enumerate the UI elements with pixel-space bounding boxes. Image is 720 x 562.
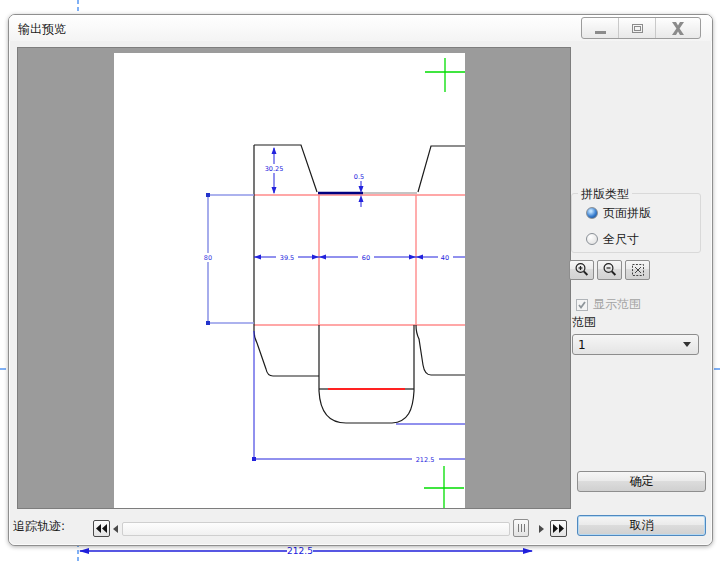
maximize-button[interactable] bbox=[618, 18, 655, 38]
svg-text:0.5: 0.5 bbox=[354, 173, 364, 181]
radio-page-imposition-label: 页面拼版 bbox=[603, 205, 651, 222]
dialog-title: 输出预览 bbox=[18, 21, 66, 38]
page-sheet bbox=[114, 53, 465, 508]
zoom-in-button[interactable] bbox=[569, 260, 594, 280]
tracker-track[interactable] bbox=[122, 522, 510, 536]
range-dropdown[interactable]: 1 bbox=[572, 334, 699, 355]
window-controls bbox=[581, 17, 701, 39]
cancel-button[interactable]: 取消 bbox=[577, 515, 706, 536]
double-right-arrow-icon bbox=[553, 524, 564, 533]
radio-full-size[interactable]: 全尺寸 bbox=[586, 232, 639, 246]
ok-button[interactable]: 确定 bbox=[577, 471, 706, 492]
zoom-fit-button[interactable] bbox=[625, 260, 650, 280]
show-range-checkbox[interactable] bbox=[576, 299, 588, 311]
cad-app-canvas: { "window": { "title": "输出预览" }, "imposi… bbox=[0, 0, 720, 562]
minimize-icon bbox=[595, 31, 606, 34]
imposition-type-group: 拼版类型 页面拼版 全尺寸 bbox=[571, 193, 701, 253]
radio-unselected-icon[interactable] bbox=[586, 233, 598, 245]
zoom-toolbar bbox=[569, 260, 650, 280]
show-range-label: 显示范围 bbox=[593, 296, 641, 313]
step-right-arrow-icon[interactable] bbox=[539, 525, 544, 533]
close-icon bbox=[671, 22, 685, 35]
radio-full-size-label: 全尺寸 bbox=[603, 231, 639, 248]
tracker-label: 追踪轨迹: bbox=[13, 518, 65, 535]
svg-text:60: 60 bbox=[362, 254, 370, 262]
double-left-arrow-icon bbox=[96, 524, 107, 533]
zoom-in-icon bbox=[574, 262, 590, 278]
close-button[interactable] bbox=[655, 18, 700, 38]
zoom-out-button[interactable] bbox=[597, 260, 622, 280]
radio-page-imposition[interactable]: 页面拼版 bbox=[586, 206, 651, 220]
checkmark-icon bbox=[577, 300, 587, 310]
output-preview-dialog: 输出预览 bbox=[8, 14, 713, 546]
seek-first-button[interactable] bbox=[93, 520, 110, 537]
range-label: 范围 bbox=[572, 314, 596, 331]
background-dimension-label: 212.5 bbox=[287, 546, 313, 556]
show-range-checkbox-row: 显示范围 bbox=[576, 296, 641, 313]
imposition-group-title: 拼版类型 bbox=[578, 186, 632, 203]
radio-selected-icon[interactable] bbox=[586, 207, 598, 219]
zoom-fit-icon bbox=[630, 262, 646, 278]
dieline-preview: 80 30.25 0.5 bbox=[18, 48, 570, 508]
svg-text:39.5: 39.5 bbox=[280, 254, 294, 262]
step-left-arrow-icon[interactable] bbox=[113, 525, 118, 533]
svg-text:212.5: 212.5 bbox=[416, 456, 435, 464]
minimize-button[interactable] bbox=[582, 18, 618, 38]
titlebar[interactable]: 输出预览 bbox=[9, 15, 712, 41]
background-dimension-212-5: 212.5 bbox=[79, 546, 533, 556]
chevron-down-icon bbox=[683, 342, 691, 347]
svg-text:30.25: 30.25 bbox=[265, 165, 284, 173]
maximize-icon bbox=[632, 24, 643, 33]
tracker-grip-button[interactable] bbox=[513, 519, 529, 537]
svg-text:40: 40 bbox=[441, 254, 449, 262]
preview-canvas[interactable]: 80 30.25 0.5 bbox=[17, 47, 571, 509]
seek-last-button[interactable] bbox=[550, 520, 567, 537]
range-dropdown-value: 1 bbox=[578, 338, 683, 352]
zoom-out-icon bbox=[602, 262, 618, 278]
svg-text:80: 80 bbox=[204, 254, 212, 262]
